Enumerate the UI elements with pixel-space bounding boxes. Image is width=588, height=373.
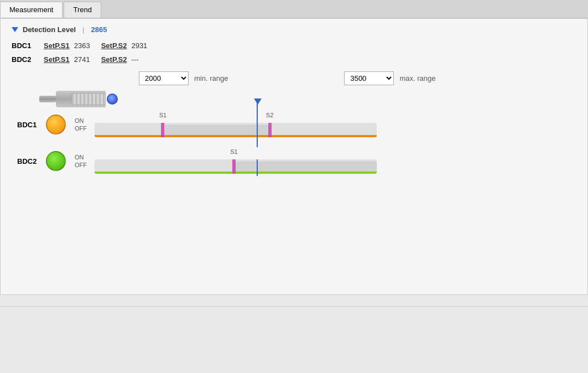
detection-header: Detection Level | 2865: [12, 25, 576, 34]
detection-value: 2865: [91, 25, 107, 34]
bdc2-current-line: [257, 159, 258, 176]
bdc1-setp1-name[interactable]: SetP.S1: [44, 42, 70, 50]
bdc2-track-container: S1: [95, 148, 377, 174]
bdc2-off-line: [95, 172, 377, 174]
bdc2-row: BDC2 SetP.S1 2741 SetP.S2 ---: [12, 55, 576, 64]
bdc1-setp1-value: 2363: [74, 42, 90, 50]
sensor-tip: [107, 94, 118, 105]
bdc2-s1-marker: [232, 159, 236, 174]
bdc2-chart-row: BDC2 ON OFF S1: [17, 148, 576, 174]
bottom-section: [0, 306, 588, 373]
main-content: Detection Level | 2865 BDC1 SetP.S1 2363…: [0, 18, 588, 295]
bdc2-s-labels: S1: [95, 148, 377, 158]
bdc2-setp2-group: SetP.S2 ---: [101, 55, 139, 64]
bdc1-off-label: OFF: [75, 125, 87, 132]
bdc1-s-labels: S1 S2: [95, 112, 377, 122]
bdc1-s1-label: S1: [159, 112, 166, 118]
tab-measurement[interactable]: Measurement: [0, 2, 63, 18]
bdc2-on-band: [234, 162, 377, 172]
bdc1-setp2-group: SetP.S2 2931: [101, 42, 148, 50]
bdc1-current-line: [257, 103, 258, 147]
diagram-area: BDC1 ON OFF S1 S2: [17, 91, 576, 185]
bdc1-s1-marker: [161, 123, 164, 137]
bdc2-s1-label: S1: [230, 148, 237, 155]
bdc2-setp2-value: ---: [131, 55, 138, 64]
bdc1-off-line: [95, 135, 377, 137]
bdc1-s2-marker: [268, 123, 272, 137]
min-range-select[interactable]: 2000 1000 1500 2500: [139, 71, 189, 85]
bdc2-chart-label: BDC2: [17, 157, 38, 165]
max-range-label: max. range: [399, 74, 435, 82]
tab-bar: Measurement Trend: [0, 0, 588, 18]
bdc1-setp1-group: SetP.S1 2363: [44, 42, 90, 50]
bdc2-setp1-group: SetP.S1 2741: [44, 55, 90, 64]
bdc1-chart-row: BDC1 ON OFF S1 S2: [17, 112, 576, 137]
min-range-label: min. range: [194, 74, 228, 82]
sensor-row: [39, 91, 576, 107]
detection-level-title: Detection Level: [23, 25, 76, 34]
sensor-coil: [71, 93, 106, 105]
separator: |: [82, 25, 84, 34]
bdc2-on-off: ON OFF: [75, 154, 87, 168]
bdc1-row: BDC1 SetP.S1 2363 SetP.S2 2931: [12, 42, 576, 50]
bdc1-label: BDC1: [12, 42, 33, 50]
sensor-cable: [39, 96, 56, 102]
bdc1-indicator: [46, 115, 66, 134]
bdc2-on-label: ON: [75, 154, 87, 160]
bdc1-current-arrow: [254, 99, 262, 105]
bdc2-label: BDC2: [12, 55, 33, 64]
tab-trend[interactable]: Trend: [64, 2, 101, 18]
bdc1-chart-label: BDC1: [17, 121, 38, 129]
bdc2-track-bg: [95, 159, 377, 174]
bdc1-s2-label: S2: [266, 112, 273, 118]
bdc1-on-band: [163, 125, 269, 135]
bdc2-setp2-name[interactable]: SetP.S2: [101, 55, 127, 64]
bdc1-setp2-name[interactable]: SetP.S2: [101, 42, 127, 50]
sensor-body: [56, 91, 106, 107]
bdc1-on-label: ON: [75, 117, 87, 124]
bdc2-setp1-name[interactable]: SetP.S1: [44, 55, 70, 64]
bdc2-indicator: [46, 151, 66, 171]
bdc2-off-label: OFF: [75, 162, 87, 168]
max-range-select[interactable]: 3500 3000 4000 4500: [344, 71, 394, 85]
bdc1-setp2-value: 2931: [131, 42, 147, 50]
collapse-icon[interactable]: [12, 27, 18, 32]
bdc1-track-container: S1 S2: [95, 112, 377, 137]
sensor-illustration: [39, 91, 118, 107]
range-row: 2000 1000 1500 2500 min. range 3500 3000…: [139, 71, 576, 85]
bdc2-setp1-value: 2741: [74, 55, 90, 64]
bdc1-track-bg: [95, 123, 377, 137]
bdc1-on-off: ON OFF: [75, 117, 87, 132]
